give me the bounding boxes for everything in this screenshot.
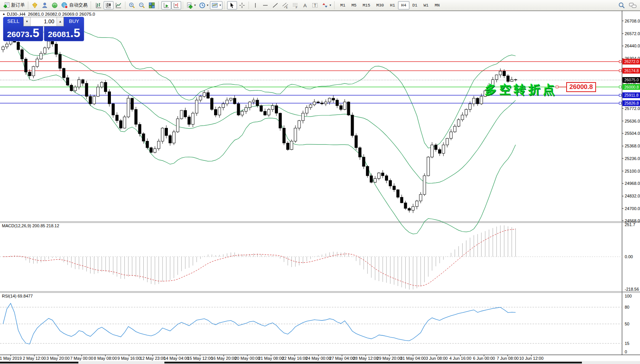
svg-text:20 May 00:00: 20 May 00:00 [235,356,260,361]
indicators-dropdown[interactable]: ▾ [185,1,197,10]
chart-shift-button[interactable] [171,1,181,10]
gem-icon [31,2,38,9]
toolbar-separator [183,2,183,9]
new-order-label: 新订单 [11,2,25,8]
text-a-icon: A [302,2,309,9]
svg-text:25100.0: 25100.0 [625,169,640,173]
timeframe-m5[interactable]: M5 [348,1,359,10]
cursor-button[interactable] [227,1,237,10]
svg-text:26708.0: 26708.0 [625,19,640,23]
svg-text:4 Jun 16:00: 4 Jun 16:00 [449,356,471,361]
chart-bars-button[interactable] [94,1,104,10]
timeframe-w1[interactable]: W1 [421,1,432,10]
search-button[interactable] [616,1,627,10]
tile-windows-button[interactable] [147,1,157,10]
horizontal-line-tool[interactable] [260,1,270,10]
volume-increase-button[interactable]: ▲ [57,17,63,26]
volume-input[interactable]: 1.00 [31,17,57,26]
volume-spinner: ▼ 1.00 ▲ [23,17,64,26]
timeframe-d1[interactable]: D1 [409,1,421,10]
dropdown-caret: ▾ [194,4,196,7]
new-order-icon [3,2,10,9]
chat-button[interactable] [627,1,638,10]
arrows-dropdown[interactable]: ▾ [320,1,333,10]
svg-text:25504.0: 25504.0 [625,131,640,136]
zoom-out-button[interactable] [137,1,147,10]
label-tool[interactable]: T [310,1,320,10]
templates-dropdown[interactable]: ▾ [210,1,223,10]
macd-label: MACD(12,26,9) 200.85 218.12 [2,223,59,228]
chart-line-button[interactable] [114,1,123,10]
svg-text:26000.8: 26000.8 [624,85,639,89]
signals-button[interactable] [50,1,60,10]
svg-text:10 Jun 12:00: 10 Jun 12:00 [519,356,544,361]
candles-chart-icon [105,2,112,9]
svg-text:24 May 00:00: 24 May 00:00 [305,356,331,361]
chart-shift-icon [173,2,180,9]
metaeditor-button[interactable] [30,1,40,10]
chart-canvas[interactable]: 26708.026572.026440.026304.026168.026036… [0,11,640,364]
toolbar-grip [334,2,336,9]
timeframe-h1[interactable]: H1 [387,1,398,10]
svg-text:3 May 20:00: 3 May 20:00 [47,356,70,361]
templates-icon [211,2,218,9]
one-click-trading-panel: SELL 26073.5 BUY 26081.5 ▼ 1.00 ▲ [3,17,84,41]
rsi-label: RSI(14) 69.8477 [2,294,33,298]
crosshair-button[interactable] [237,1,247,10]
svg-text:25911.8: 25911.8 [624,93,638,97]
buy-price: 26081.5 [44,26,84,40]
svg-text:14 May 04:00: 14 May 04:00 [164,356,189,361]
timeframe-mn[interactable]: MN [432,1,443,10]
svg-text:1 May 2019: 1 May 2019 [0,356,22,361]
timeframe-h4[interactable]: H4 [398,1,409,10]
svg-text:24832.0: 24832.0 [625,194,640,198]
svg-text:9 May 16:00: 9 May 16:00 [117,356,141,361]
dropdown-caret: ▾ [219,4,221,7]
timeframe-group: M1M5M15M30H1H4D1W1MN [337,1,443,10]
auto-scroll-button[interactable] [161,1,171,10]
chart-candles-button[interactable] [104,1,114,10]
auto-scroll-icon [163,2,170,9]
timeframe-m15[interactable]: M15 [359,1,373,10]
toolbar-grip [224,2,226,9]
person-icon [41,2,48,9]
indicators-icon [186,2,193,9]
text-tool[interactable]: A [300,1,310,10]
symbol-period: DJ30-,H4 [7,12,26,16]
autotrading-label: 自动交易 [69,2,88,8]
svg-text:24700.0: 24700.0 [625,206,640,211]
svg-text:A: A [304,2,307,8]
channel-tool[interactable]: E [280,1,290,10]
chart-text-annotation[interactable]: 多空转折点 [485,82,557,98]
trendline-tool[interactable] [270,1,280,10]
chart-title: ▲DJ30-,H4 26081.0 26082.0 26069.0 26075.… [2,12,95,16]
price-callout-label[interactable]: 26000.8 [566,82,596,92]
vertical-line-tool[interactable] [250,1,260,10]
svg-text:27 May 04:00: 27 May 04:00 [329,356,355,361]
timeframe-m1[interactable]: M1 [337,1,348,10]
new-order-button[interactable]: 新订单 [2,1,26,10]
collapse-triangle-icon[interactable]: ▲ [2,12,5,16]
community-button[interactable] [40,1,50,10]
svg-text:28 May 12:00: 28 May 12:00 [353,356,378,361]
volume-decrease-button[interactable]: ▼ [24,17,31,26]
zoom-in-icon [128,2,135,9]
fibonacci-tool[interactable]: F [290,1,300,10]
svg-text:26075.0: 26075.0 [624,78,639,82]
svg-text:29 May 20:00: 29 May 20:00 [377,356,402,361]
periods-dropdown[interactable]: ▾ [197,1,210,10]
svg-text:15: 15 [625,341,629,346]
svg-text:16 May 20:00: 16 May 20:00 [211,356,237,361]
autotrading-button[interactable]: 自动交易 [60,1,89,10]
svg-text:15 May 12:00: 15 May 12:00 [187,356,213,361]
trendline-icon [272,2,279,9]
timeframe-m30[interactable]: M30 [373,1,387,10]
toolbar-separator [28,2,28,9]
zoom-in-button[interactable] [127,1,137,10]
svg-text:7 May 00:00: 7 May 00:00 [70,356,93,361]
trading-terminal: 新订单 自动交易 [0,0,640,364]
svg-text:31 May 04:00: 31 May 04:00 [400,356,426,361]
svg-text:50: 50 [625,322,629,326]
svg-text:25368.0: 25368.0 [625,144,640,148]
sell-price: 26073.5 [3,26,43,40]
